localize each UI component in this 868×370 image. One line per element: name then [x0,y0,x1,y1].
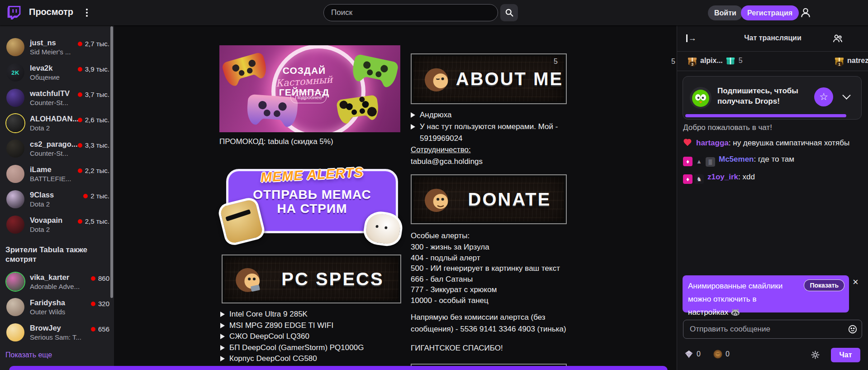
arrow-bullet-icon [411,124,415,130]
show-emotes-button[interactable]: Показать [804,279,844,291]
notice-line2: можно отключить в [688,293,844,306]
channel-points-counter[interactable]: 0 [713,350,730,359]
more-menu-icon[interactable] [86,9,88,17]
channel-row[interactable]: vika_karter Adorable Adve... 860 [0,269,114,294]
heart-badge-icon [683,139,692,146]
chat-username[interactable]: hartagga [696,139,729,147]
chevron-down-icon[interactable] [842,91,850,99]
channel-category: Adorable Adve... [30,283,80,290]
channel-category: Общение [30,73,60,81]
pc-specs-panel: PC SPECS [222,255,401,303]
live-indicator [91,327,95,332]
chat-send-button[interactable]: Чат [831,348,860,362]
gamepad-red-yellow-icon [219,47,271,90]
twitch-logo-icon[interactable] [7,6,21,19]
subscribe-star-button[interactable]: ☆ [814,87,833,106]
channel-row[interactable]: ALOHADAN... Dota 2 2,6 тыс. [0,111,114,136]
channel-avatar [6,273,24,291]
leader-gift-count: 5 [739,57,743,65]
drops-campaign-avatar [689,86,712,109]
viewer-count: 2,2 тыс. [85,167,109,174]
chat-username[interactable]: z1oy_irk [707,173,738,181]
arrow-bullet-icon [220,334,225,339]
search-button[interactable] [500,4,518,21]
channel-name: vika_karter [30,273,69,282]
chat-message: ♦▲▒Mc5emen: где то там [683,153,863,167]
meme-alerts-banner[interactable]: MEME ALERTS ОТПРАВЬ МЕМАС НА СТРИМ [226,169,398,233]
drops-text-line1: Подпишитесь, чтобы [717,86,798,96]
live-indicator [91,276,95,281]
live-indicator [78,92,82,97]
live-indicator [78,143,82,148]
show-more-link[interactable]: Показать еще [5,351,52,359]
channel-row[interactable]: just_ns Sid Meier's ... 2,7 тыс. [0,34,114,60]
channel-name: leva2k [30,64,52,72]
live-indicator [78,42,82,46]
banner-details-button[interactable]: Подробнее [290,91,327,103]
channel-category: BATTLEFIE... [30,175,71,183]
channel-avatar [6,139,24,158]
browse-link[interactable]: Просмотр [29,7,73,17]
profile-icon[interactable] [800,7,811,19]
viewer-count: 2,6 тыс. [85,116,109,124]
channel-name: iLame [30,165,52,174]
channel-category: Sid Meier's ... [30,48,71,56]
channel-category: Outer Wilds [30,308,65,316]
meme-alerts-title: MEME ALERTS [228,163,396,187]
gamepad-camo-icon [334,91,381,126]
search-input[interactable] [323,4,498,21]
knight-badge-icon: ♞ [694,174,704,184]
channel-row[interactable]: 9Class Dota 2 2 тыс. [0,187,114,212]
chat-message: ♦♞z1oy_irk: xdd [683,171,863,184]
channel-avatar [6,323,24,341]
gamepad-promo-banner[interactable]: СОЗДАЙ Кастомный ГЕЙМПАД Подробнее [219,45,400,132]
gear-icon[interactable] [810,350,821,360]
live-indicator [78,67,82,72]
chatters-icon[interactable] [832,33,843,44]
viewer-count: 860 [98,274,109,282]
live-indicator [78,168,82,173]
channel-name: watchfulTV [30,89,70,98]
alerts-title: Особые алерты: [411,230,470,242]
channel-row[interactable]: BrowJey Serious Sam: T... 656 [0,320,114,345]
channel-name: 9Class [30,191,54,199]
live-indicator [78,219,82,224]
about-me-title: ABOUT ME [453,69,566,89]
channel-row[interactable]: 2K leva2k Общение 3,9 тыс. [0,60,114,85]
channel-row[interactable]: Faridysha Outer Wilds 320 [0,294,114,320]
channel-name: ALOHADAN... [30,115,79,123]
bottom-toast-bar[interactable] [9,366,668,370]
thanks-text: ГИГАНТСКОЕ СПАСИБО! [411,342,503,354]
channel-avatar [6,114,24,132]
channel-row[interactable]: iLame BATTLEFIE... 2,2 тыс. [0,161,114,187]
channel-name: just_ns [30,38,56,47]
combos-counter[interactable]: 0 [684,350,701,359]
channel-row[interactable]: Vovapain Dota 2 2,5 тыс. [0,212,114,237]
leader-name: natrez [847,57,868,65]
channel-category: Counter-St... [30,149,68,157]
combos-count: 0 [697,350,701,358]
channel-avatar [6,190,24,208]
emote-picker-icon[interactable] [848,324,858,334]
chat-username[interactable]: Mc5emen [719,155,754,163]
channel-category: Serious Sam: T... [30,333,81,341]
channel-row[interactable]: cs2_parago... Counter-St... 3,3 тыс. [0,136,114,161]
chat-text: : ну девушка симпатичная хотябы [729,139,849,147]
promo-code-text: ПРОМОКОД: tabula (скидка 5%) [219,137,333,146]
wizard-badge-icon: ▲ [694,157,704,166]
pixel-badge-icon: ▒ [706,157,715,167]
drops-banner: Подпишитесь, чтобы получать Drops! ☆ [683,76,862,120]
sidebar-scrollbar[interactable] [110,26,113,298]
channel-row[interactable]: watchfulTV Counter-St... 3,7 тыс. [0,85,114,111]
chat-message-input[interactable] [683,320,862,339]
top-navbar: Просмотр Войти Регистрация [0,0,868,25]
close-icon[interactable]: × [853,277,859,287]
viewer-count: 656 [98,325,109,333]
login-button[interactable]: Войти [708,5,743,20]
gift-badge-icon: 1 [834,55,844,66]
signup-button[interactable]: Регистрация [741,5,799,20]
channel-avatar [6,89,24,107]
alert-item: 10000 - особый танец [411,295,560,306]
diamond-badge-icon: ♦ [683,174,693,184]
gifter-leaderboard[interactable]: 3 alpix... 5 1 natrez [677,51,868,71]
